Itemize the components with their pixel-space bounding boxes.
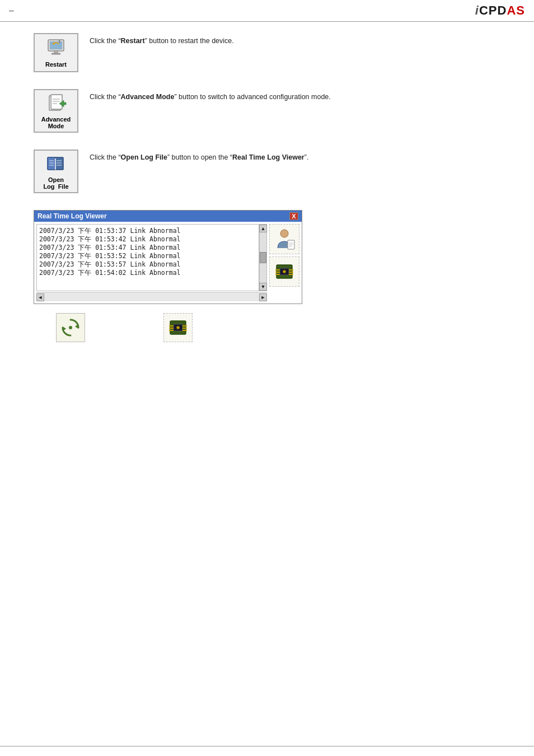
log-viewer-titlebar: Real Time Log Viewer X — [34, 211, 302, 222]
scroll-thumb[interactable] — [260, 252, 266, 263]
advanced-mode-button[interactable]: AdvancedMode — [34, 89, 78, 133]
bottom-icons-row — [56, 313, 500, 342]
top-bar: – iCPDAS — [0, 0, 534, 22]
log-module-icon-box[interactable] — [269, 256, 299, 287]
open-log-button[interactable]: OpenLog File — [34, 150, 78, 193]
log-entry-1: 2007/3/23 下午 01:53:37 Link Abnormal — [39, 227, 256, 235]
bottom-bar — [0, 746, 534, 756]
svg-rect-30 — [275, 274, 280, 275]
refresh-icon-box[interactable] — [56, 313, 85, 342]
refresh-icon — [59, 316, 82, 339]
log-person-icon — [272, 227, 297, 251]
advanced-section: AdvancedMode Click the “Advanced Mode” b… — [34, 89, 500, 133]
svg-marker-36 — [63, 326, 66, 331]
module-icon-box[interactable] — [163, 313, 193, 342]
svg-rect-44 — [182, 328, 187, 329]
log-viewer-close-button[interactable]: X — [289, 212, 298, 220]
svg-rect-41 — [169, 328, 174, 329]
log-vscrollbar[interactable]: ▲ ▼ — [259, 224, 267, 291]
svg-rect-31 — [289, 269, 293, 270]
log-entry-6: 2007/3/23 下午 01:54:02 Link Abnormal — [39, 269, 256, 277]
openlog-description: Click the “Open Log File” button to open… — [90, 150, 500, 164]
restart-section: Restart Click the “Restart” button to re… — [34, 33, 500, 72]
log-viewer-title: Real Time Log Viewer — [38, 212, 107, 220]
svg-point-21 — [280, 230, 288, 237]
svg-rect-8 — [51, 95, 62, 109]
log-hscrollbar-bar: ◄ ► — [36, 292, 267, 301]
svg-point-37 — [69, 326, 72, 329]
open-log-label: OpenLog File — [43, 176, 68, 190]
svg-rect-43 — [182, 325, 187, 326]
open-log-icon — [45, 154, 67, 174]
svg-rect-32 — [289, 272, 293, 273]
hscroll-left-arrow[interactable]: ◄ — [36, 293, 44, 301]
restart-icon — [45, 39, 67, 59]
svg-rect-29 — [275, 272, 280, 273]
scroll-down-arrow[interactable]: ▼ — [259, 283, 267, 291]
log-person-icon-box[interactable] — [269, 224, 299, 254]
advanced-mode-icon — [45, 94, 67, 114]
advanced-mode-label: AdvancedMode — [41, 116, 71, 129]
restart-label: Restart — [45, 61, 67, 68]
hscroll-right-arrow[interactable]: ► — [259, 293, 267, 301]
svg-rect-45 — [182, 330, 187, 331]
log-entry-4: 2007/3/23 下午 01:53:52 Link Abnormal — [39, 252, 256, 260]
svg-rect-40 — [169, 325, 174, 326]
restart-description: Click the “Restart” button to restart th… — [90, 33, 500, 47]
log-viewer-window: Real Time Log Viewer X 2007/3/23 下午 01:5… — [34, 210, 302, 304]
svg-point-34 — [283, 270, 286, 273]
svg-marker-35 — [75, 324, 78, 329]
svg-rect-42 — [169, 330, 174, 331]
log-entry-2: 2007/3/23 下午 01:53:42 Link Abnormal — [39, 235, 256, 244]
log-module-icon — [272, 259, 297, 284]
svg-point-6 — [59, 40, 60, 41]
svg-point-46 — [177, 326, 180, 329]
log-viewer-body: 2007/3/23 下午 01:53:37 Link Abnormal 2007… — [34, 222, 302, 304]
log-entry-3: 2007/3/23 下午 01:53:47 Link Abnormal — [39, 244, 256, 252]
log-side-icons — [269, 224, 299, 301]
svg-rect-2 — [54, 51, 58, 53]
restart-button[interactable]: Restart — [34, 33, 78, 72]
openlog-section: OpenLog File Click the “Open Log File” b… — [34, 150, 500, 193]
logo: iCPDAS — [475, 3, 525, 18]
svg-point-5 — [59, 41, 60, 43]
log-entry-5: 2007/3/23 下午 01:53:57 Link Abnormal — [39, 260, 256, 269]
svg-rect-13 — [48, 157, 55, 170]
log-text-area: 2007/3/23 下午 01:53:37 Link Abnormal 2007… — [36, 224, 259, 291]
hscroll-track[interactable] — [44, 293, 259, 301]
svg-rect-28 — [275, 269, 280, 270]
svg-point-4 — [59, 43, 60, 44]
main-content: Restart Click the “Restart” button to re… — [0, 22, 534, 353]
log-viewer-wrapper: Real Time Log Viewer X 2007/3/23 下午 01:5… — [34, 210, 500, 304]
scroll-up-arrow[interactable]: ▲ — [259, 225, 267, 232]
module-icon — [167, 316, 189, 339]
svg-rect-33 — [289, 274, 293, 275]
advanced-description: Click the “Advanced Mode” button to swit… — [90, 89, 500, 103]
svg-rect-3 — [51, 53, 60, 54]
top-bar-dash: – — [9, 6, 14, 16]
